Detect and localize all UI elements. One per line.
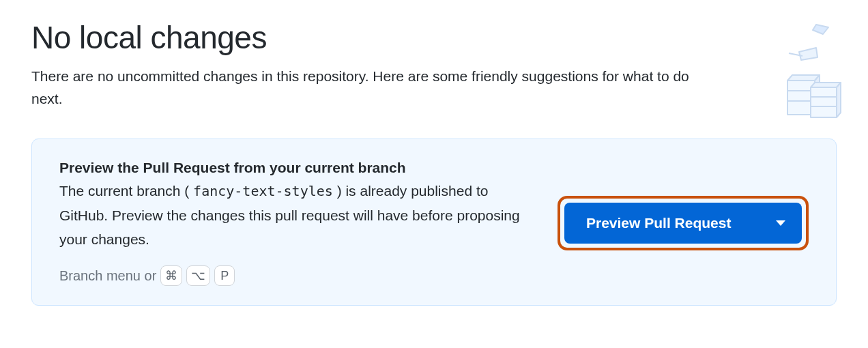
caret-down-icon bbox=[776, 220, 785, 226]
button-highlight: Preview Pull Request bbox=[558, 196, 809, 250]
button-label: Preview Pull Request bbox=[586, 215, 731, 231]
page-subtitle: There are no uncommitted changes in this… bbox=[31, 66, 721, 110]
kbd-p: P bbox=[214, 265, 235, 286]
page-title: No local changes bbox=[31, 19, 837, 56]
preview-pull-request-button[interactable]: Preview Pull Request bbox=[564, 203, 802, 244]
suggestion-description: The current branch ( fancy-text-styles )… bbox=[59, 179, 537, 252]
suggestion-title: Preview the Pull Request from your curre… bbox=[59, 160, 537, 176]
desc-prefix: The current branch ( bbox=[59, 183, 193, 199]
shortcut-hint: Branch menu or ⌘ ⌥ P bbox=[59, 265, 537, 286]
svg-rect-3 bbox=[811, 87, 837, 117]
branch-name: fancy-text-styles bbox=[193, 183, 333, 199]
suggestion-card: Preview the Pull Request from your curre… bbox=[31, 139, 837, 306]
papers-illustration bbox=[734, 19, 843, 121]
card-text: Preview the Pull Request from your curre… bbox=[59, 160, 537, 286]
header-area: No local changes There are no uncommitte… bbox=[31, 19, 837, 110]
kbd-command-icon: ⌘ bbox=[160, 265, 182, 286]
kbd-option-icon: ⌥ bbox=[186, 265, 210, 286]
hint-label: Branch menu or bbox=[59, 268, 156, 284]
